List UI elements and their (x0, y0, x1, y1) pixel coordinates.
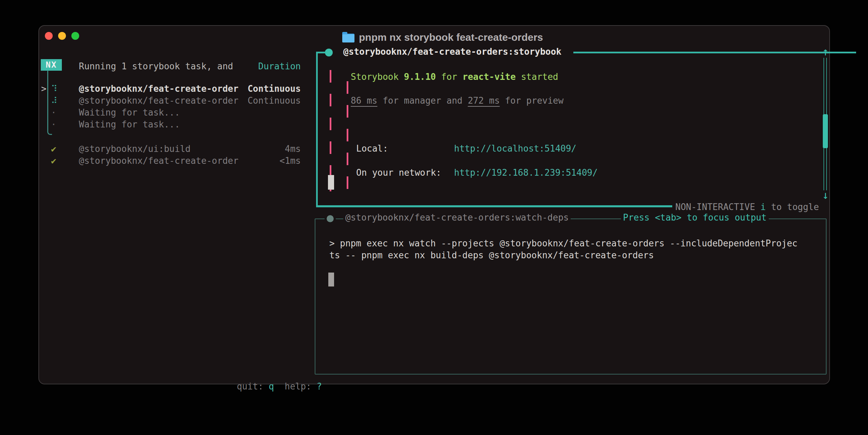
storybook-panel-border-left (316, 52, 318, 207)
terminal-block-cursor (328, 273, 334, 286)
quit-label: quit: (237, 381, 269, 392)
quit-key: q (269, 381, 274, 392)
storybook-started-line: Storybook 9.1.10 for react-vite started (351, 71, 558, 83)
nx-logo-badge: NX (41, 59, 62, 71)
progress-bar-column (330, 70, 331, 191)
storybook-panel-border-bottom (316, 205, 672, 207)
manager-time: 86 ms (351, 95, 377, 106)
keybind-footer: quit: q help: ? (215, 369, 322, 404)
titlebar: pnpm nx storybook feat-create-orders (342, 31, 543, 44)
progress-bar-column (347, 70, 348, 191)
selection-caret: > (41, 83, 47, 95)
local-label: Local: (356, 143, 388, 155)
task-duration: 4ms (285, 143, 301, 155)
network-label: On your network: (356, 167, 441, 179)
pending-dot-icon: · (51, 119, 56, 130)
command-line: > pnpm exec nx watch --projects @storybo… (329, 238, 798, 249)
local-url-link[interactable]: http://localhost:51409/ (454, 143, 576, 155)
task-status-circle-icon (325, 49, 333, 56)
task-status: Continuous (247, 95, 301, 107)
task-summary-label: Running 1 storybook task, and (79, 60, 233, 72)
scroll-up-arrow-icon[interactable]: ↑ (820, 46, 831, 57)
spinner-icon: ⠹ (51, 83, 57, 95)
window-title: pnpm nx storybook feat-create-orders (359, 32, 543, 43)
help-key: ? (316, 381, 322, 392)
task-name: Waiting for task... (79, 119, 180, 130)
footer-gap (274, 381, 284, 392)
close-button[interactable] (45, 32, 53, 40)
task-name: Waiting for task... (79, 107, 180, 119)
focus-output-hint: Press <tab> to focus output (621, 212, 769, 223)
folder-icon (342, 34, 354, 42)
task-name: @storybooknx/feat-create-order (79, 83, 239, 95)
storybook-panel-title: @storybooknx/feat-create-orders:storyboo… (343, 47, 561, 57)
task-row[interactable]: · Waiting for task... (39, 119, 301, 130)
storybook-version: 9.1.10 (404, 72, 436, 82)
task-row[interactable]: ✔ @storybooknx/feat-create-order <1ms (39, 155, 301, 167)
task-list-header: Running 1 storybook task, and Duration (79, 60, 301, 72)
minimize-button[interactable] (58, 32, 66, 40)
command-line: ts -- pnpm exec nx build-deps @storybook… (329, 249, 654, 261)
help-label: help: (285, 381, 317, 392)
task-status-circle-icon (327, 215, 334, 222)
terminal-window: pnpm nx storybook feat-create-orders NX … (38, 25, 830, 384)
toggle-key: i (760, 202, 766, 212)
task-name: @storybooknx/feat-create-order (79, 95, 239, 107)
storybook-framework: react-vite (463, 72, 516, 82)
task-row[interactable]: ⠼ @storybooknx/feat-create-order Continu… (39, 95, 301, 107)
watch-deps-panel-title: @storybooknx/feat-create-orders:watch-de… (343, 212, 571, 223)
check-icon: ✔ (51, 143, 56, 155)
task-status: Continuous (247, 83, 301, 95)
scroll-down-arrow-icon[interactable]: ↓ (820, 190, 831, 201)
terminal-block-cursor (328, 175, 334, 190)
task-row[interactable]: > ⠹ @storybooknx/feat-create-order Conti… (39, 83, 301, 95)
task-name: @storybooknx/ui:build (79, 143, 191, 155)
check-icon: ✔ (51, 155, 56, 167)
task-duration: <1ms (279, 155, 301, 167)
duration-column-header: Duration (258, 60, 301, 72)
storybook-panel-border-top (573, 52, 856, 53)
zoom-button[interactable] (71, 32, 79, 40)
network-url-link[interactable]: http://192.168.1.239:51409/ (454, 167, 598, 179)
scrollbar-thumb[interactable] (823, 114, 828, 148)
pending-dot-icon: · (51, 107, 56, 119)
task-row[interactable]: · Waiting for task... (39, 107, 301, 119)
task-row[interactable]: ✔ @storybooknx/ui:build 4ms (39, 143, 301, 155)
task-name: @storybooknx/feat-create-order (79, 155, 239, 167)
storybook-timing-line: 86 ms for manager and 272 ms for preview (351, 95, 563, 107)
spinner-icon: ⠼ (51, 95, 57, 107)
non-interactive-hint: NON-INTERACTIVE i to toggle (674, 201, 820, 213)
preview-time: 272 ms (468, 95, 500, 106)
